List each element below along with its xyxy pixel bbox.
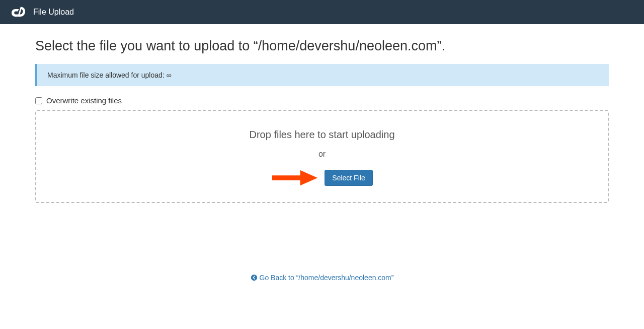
overwrite-checkbox[interactable]	[35, 97, 42, 104]
back-link-row: Go Back to “/home/devershu/neoleen.com”	[35, 274, 609, 283]
overwrite-label[interactable]: Overwrite existing files	[46, 96, 122, 105]
svg-point-2	[251, 275, 257, 281]
arrow-right-annotation-icon	[271, 169, 319, 187]
go-back-link[interactable]: Go Back to “/home/devershu/neoleen.com”	[251, 274, 394, 282]
cpanel-logo-icon	[10, 5, 28, 19]
page-heading: Select the file you want to upload to “/…	[35, 38, 609, 54]
file-dropzone[interactable]: Drop files here to start uploading or Se…	[35, 110, 609, 203]
svg-rect-0	[272, 175, 302, 180]
arrow-circle-left-icon	[251, 274, 258, 281]
dropzone-or-label: or	[46, 150, 598, 159]
main-container: Select the file you want to upload to “/…	[35, 24, 609, 293]
dropzone-title: Drop files here to start uploading	[46, 129, 598, 141]
info-notice: Maximum file size allowed for upload: ∞	[35, 64, 609, 86]
info-message: Maximum file size allowed for upload: ∞	[47, 71, 172, 79]
app-header: File Upload	[0, 0, 644, 24]
header-title: File Upload	[33, 8, 74, 17]
svg-marker-1	[300, 170, 318, 186]
select-file-wrapper: Select File	[46, 169, 598, 187]
go-back-label: Go Back to “/home/devershu/neoleen.com”	[260, 274, 394, 282]
select-file-button[interactable]: Select File	[325, 170, 372, 186]
overwrite-checkbox-row: Overwrite existing files	[35, 96, 609, 105]
